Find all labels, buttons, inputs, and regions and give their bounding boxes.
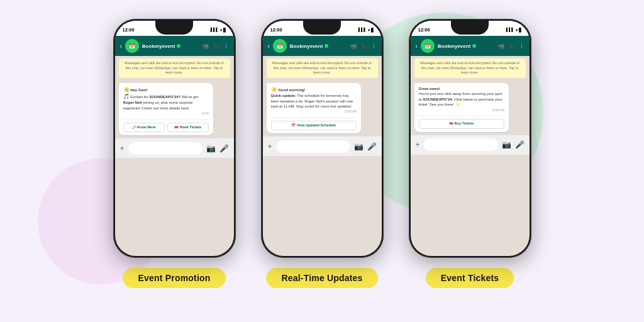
wifi-icon-2: ▾ — [368, 28, 370, 32]
chat-area-2: ☀️ Good morning! Quick update: The sched… — [263, 80, 382, 136]
encryption-notice-3: Messages and calls are end-to-end encryp… — [414, 58, 526, 78]
buy-tickets-btn[interactable]: 🎟️ Buy Tickets — [419, 119, 504, 129]
know-more-label: 🔎 Know More — [132, 125, 156, 130]
msg-buttons-3: 🎟️ Buy Tickets — [419, 116, 504, 129]
signal-icon-2: ▌▌▌ — [358, 28, 367, 31]
label-badge-1: Event Promotion — [123, 268, 225, 288]
wa-header-1: ‹ 📅 Bookmyevent 📹 📞 ⋮ — [115, 36, 234, 56]
phone-notch-2 — [303, 21, 341, 35]
mic-icon-3[interactable]: 🎤 — [515, 140, 525, 149]
msg-buttons-1: 🔎 Know More 🎟️ Book Tickets — [123, 119, 209, 133]
status-time-2: 12:00 — [270, 27, 282, 33]
wa-header-3: ‹ 📅 Bookmyevent 📹 📞 ⋮ — [411, 36, 530, 56]
msg-content-1: 👋 Hey Sam! 🎵 Excited for SOUNDEXPO'24? W… — [123, 86, 209, 111]
status-time-1: 12:00 — [123, 27, 135, 33]
msg-emoji-2: ☀️ — [271, 87, 277, 92]
wa-contact-2: Bookmyevent — [290, 43, 347, 49]
phone-frame-2: 12:00 ▌▌▌ ▾ ▊ ‹ 📅 Bookmyevent — [261, 19, 384, 258]
phone-inner-3: 12:00 ▌▌▌ ▾ ▊ ‹ 📅 Bookmyevent — [411, 21, 530, 256]
status-icons-2: ▌▌▌ ▾ ▊ — [358, 28, 374, 32]
more-icon-2[interactable]: ⋮ — [371, 43, 377, 49]
mic-icon-2[interactable]: 🎤 — [367, 142, 377, 151]
buy-tickets-label: 🎟️ Buy Tickets — [449, 121, 474, 126]
avatar-logo-1: 📅 — [129, 43, 135, 49]
signal-icon-1: ▌▌▌ — [211, 28, 219, 31]
back-icon-2[interactable]: ‹ — [268, 43, 270, 50]
phone-frame-1: 12:00 ▌▌▌ ▾ ▊ ‹ 📅 Bookmyevent — [113, 19, 236, 258]
call-icon-3[interactable]: 📞 — [508, 43, 515, 49]
contact-name-1: Bookmyevent — [142, 43, 199, 49]
msg-main-1: Excited for SOUNDEXPO'24? We've got Roge… — [123, 95, 199, 110]
mic-icon-1[interactable]: 🎤 — [219, 144, 229, 153]
view-schedule-btn[interactable]: 📅 View Updated Schedule — [271, 121, 357, 131]
book-tickets-label: 🎟️ Book Tickets — [174, 125, 201, 130]
main-container: 12:00 ▌▌▌ ▾ ▊ ‹ 📅 Bookmyevent — [0, 0, 644, 322]
wifi-icon-1: ▾ — [220, 28, 222, 32]
msg-time-1: 12:00 — [123, 112, 209, 116]
online-dot-3 — [472, 44, 476, 48]
chat-input-2[interactable] — [276, 140, 350, 153]
video-icon-2[interactable]: 📹 — [350, 43, 357, 49]
wa-action-icons-3: 📹 📞 ⋮ — [497, 43, 525, 49]
msg-emoji2-1: 🎵 — [123, 94, 130, 99]
wa-header-2: ‹ 📅 Bookmyevent 📹 📞 ⋮ — [263, 36, 382, 56]
wa-bottom-1: + 📷 🎤 — [115, 138, 234, 158]
video-icon-3[interactable]: 📹 — [497, 43, 504, 49]
status-icons-3: ▌▌▌ ▾ ▊ — [506, 28, 522, 32]
plus-icon-2[interactable]: + — [268, 142, 272, 151]
wa-avatar-3: 📅 — [421, 39, 435, 53]
avatar-logo-2: 📅 — [277, 43, 283, 49]
phone-section-real-time-updates: 12:00 ▌▌▌ ▾ ▊ ‹ 📅 Bookmyevent — [261, 19, 384, 288]
phone-inner-1: 12:00 ▌▌▌ ▾ ▊ ‹ 📅 Bookmyevent — [115, 21, 234, 256]
online-dot-1 — [177, 44, 180, 48]
msg-buttons-2: 📅 View Updated Schedule — [271, 118, 357, 131]
battery-icon-3: ▊ — [519, 28, 522, 32]
plus-icon-1[interactable]: + — [120, 144, 125, 153]
phone-inner-2: 12:00 ▌▌▌ ▾ ▊ ‹ 📅 Bookmyevent — [263, 21, 382, 256]
more-icon-3[interactable]: ⋮ — [519, 43, 525, 49]
phone-section-event-promotion: 12:00 ▌▌▌ ▾ ▊ ‹ 📅 Bookmyevent — [113, 19, 236, 288]
wa-avatar-2: 📅 — [273, 39, 287, 53]
video-icon-1[interactable]: 📹 — [202, 43, 209, 49]
more-icon-1[interactable]: ⋮ — [223, 43, 229, 49]
status-time-3: 12:00 — [418, 27, 430, 33]
wifi-icon-3: ▾ — [516, 28, 518, 32]
view-schedule-label: 📅 View Updated Schedule — [291, 123, 335, 128]
chat-input-3[interactable] — [424, 138, 498, 151]
back-icon-1[interactable]: ‹ — [120, 43, 122, 50]
avatar-logo-3: 📅 — [425, 43, 431, 49]
contact-name-3: Bookmyevent — [438, 43, 494, 49]
camera-icon-3[interactable]: 📷 — [502, 140, 511, 149]
battery-icon-2: ▊ — [371, 28, 374, 32]
msg-content-3: Great news! You're just one click away f… — [419, 86, 504, 108]
call-icon-1[interactable]: 📞 — [213, 43, 219, 49]
phone-notch-3 — [451, 21, 489, 35]
battery-icon-1: ▊ — [223, 28, 226, 32]
online-dot-2 — [325, 44, 328, 48]
wa-action-icons-2: 📹 📞 ⋮ — [350, 43, 377, 49]
msg-main-3: You're just one click away from securing… — [419, 92, 502, 106]
label-badge-3: Event Tickets — [426, 268, 514, 288]
encryption-notice-2: Messages and calls are end-to-end encryp… — [267, 58, 378, 78]
contact-name-2: Bookmyevent — [290, 43, 347, 49]
back-icon-3[interactable]: ‹ — [416, 43, 418, 50]
phone-section-event-tickets: 12:00 ▌▌▌ ▾ ▊ ‹ 📅 Bookmyevent — [409, 19, 531, 288]
msg-line1-3: Great news! — [419, 87, 440, 91]
plus-icon-3[interactable]: + — [416, 140, 420, 149]
wa-avatar-1: 📅 — [125, 39, 139, 53]
wa-bottom-3: + 📷 🎤 — [411, 135, 530, 155]
camera-icon-1[interactable]: 📷 — [206, 144, 216, 153]
chat-input-1[interactable] — [128, 142, 203, 155]
message-bubble-3: Great news! You're just one click away f… — [414, 83, 509, 132]
camera-icon-2[interactable]: 📷 — [354, 142, 364, 151]
book-tickets-btn[interactable]: 🎟️ Book Tickets — [167, 123, 209, 133]
msg-content-2: ☀️ Good morning! Quick update: The sched… — [271, 86, 357, 109]
chat-area-3: Great news! You're just one click away f… — [411, 80, 530, 135]
msg-emoji-1: 👋 — [123, 87, 130, 92]
message-bubble-1: 👋 Hey Sam! 🎵 Excited for SOUNDEXPO'24? W… — [119, 83, 213, 135]
wa-contact-1: Bookmyevent — [142, 43, 199, 49]
msg-quick-update: Quick update: — [271, 94, 296, 97]
call-icon-2[interactable]: 📞 — [360, 43, 367, 49]
know-more-btn[interactable]: 🔎 Know More — [123, 123, 165, 133]
label-badge-2: Real-Time Updates — [266, 268, 377, 288]
